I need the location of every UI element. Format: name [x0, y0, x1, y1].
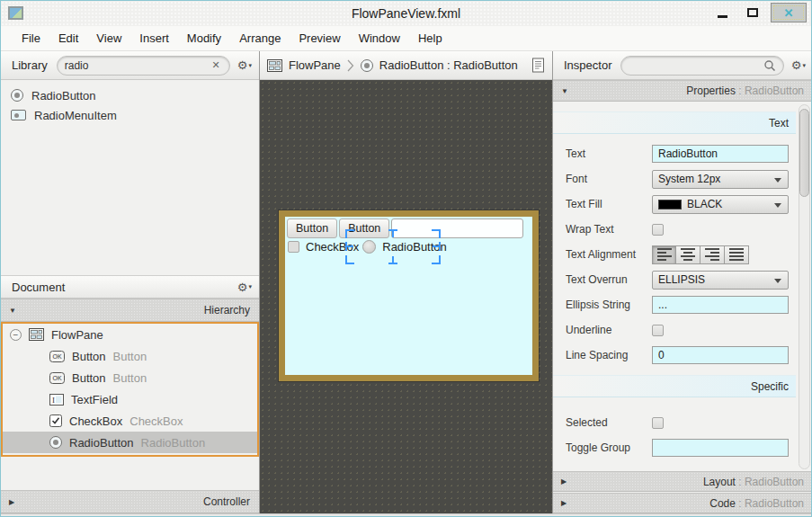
design-canvas[interactable]: Button Button CheckBox RadioButton [260, 80, 552, 513]
properties-section-title: Properties : RadioButton [686, 85, 812, 97]
tree-row-textfield[interactable]: I TextField [3, 388, 257, 410]
controller-title: Controller [203, 495, 259, 508]
close-button[interactable]: ✕ [771, 3, 807, 22]
menu-preview[interactable]: Preview [290, 26, 349, 51]
wrap-text-checkbox[interactable] [652, 224, 664, 236]
line-spacing-input[interactable] [652, 346, 789, 364]
font-value: System 12px [658, 173, 720, 185]
menu-window[interactable]: Window [350, 26, 409, 51]
align-left-button[interactable] [652, 245, 676, 264]
properties-section-header[interactable]: ▼ Properties : RadioButton [553, 80, 812, 102]
caret-down-icon: ▾ [248, 283, 252, 290]
menu-edit[interactable]: Edit [49, 26, 87, 51]
font-dropdown[interactable]: System 12px [652, 170, 789, 189]
canvas-radio-circle[interactable] [362, 240, 376, 254]
library-header: Library ✕ ⚙ ▾ [1, 51, 259, 80]
center-panel: FlowPane RadioButton : RadioButton Butto… [260, 51, 552, 513]
tree-row-button1[interactable]: OK Button Button [3, 345, 257, 367]
menu-bar: File Edit View Insert Modify Arrange Pre… [1, 26, 811, 51]
minimize-button[interactable] [709, 4, 735, 22]
flowpane-node[interactable]: Button Button CheckBox RadioButton [279, 210, 539, 381]
ellipsis-string-input[interactable] [652, 296, 789, 314]
svg-text:I: I [52, 396, 55, 405]
collapse-icon[interactable]: − [10, 329, 22, 341]
inspector-search-input[interactable] [629, 59, 763, 72]
text-field-label: Text [566, 147, 652, 160]
path-segment-radiobutton[interactable]: RadioButton : RadioButton [379, 58, 518, 72]
search-icon [763, 59, 776, 72]
library-search[interactable]: ✕ [57, 56, 230, 76]
tree-row-button2[interactable]: OK Button Button [3, 367, 257, 388]
font-field-label: Font [566, 173, 652, 185]
canvas-checkbox-box[interactable] [288, 241, 299, 253]
library-menu-button[interactable]: ⚙ ▾ [237, 58, 252, 72]
align-center-icon [681, 248, 695, 261]
canvas-textfield[interactable] [391, 218, 523, 238]
align-justify-button[interactable] [725, 245, 749, 264]
hierarchy-title: Hierarchy [204, 304, 259, 316]
tree-row-radiobutton[interactable]: RadioButton RadioButton [3, 432, 257, 453]
scrollbar-thumb[interactable] [799, 109, 809, 197]
canvas-radio-label[interactable]: RadioButton [382, 240, 447, 254]
path-segment-flowpane[interactable]: FlowPane [289, 58, 341, 72]
menu-modify[interactable]: Modify [178, 26, 230, 51]
layout-section-header[interactable]: ▶ Layout : RadioButton [553, 471, 812, 492]
color-swatch [658, 200, 682, 209]
text-alignment-label: Text Alignment [566, 248, 652, 261]
document-menu-button[interactable]: ⚙ ▾ [237, 281, 252, 294]
text-fill-dropdown[interactable]: BLACK [652, 195, 789, 214]
fxml-source-icon[interactable] [531, 58, 545, 73]
inspector-search[interactable] [620, 56, 783, 76]
collapsed-triangle-icon: ▶ [561, 499, 567, 507]
toggle-group-input[interactable] [652, 439, 789, 457]
code-section-title: Code : RadioButton [709, 497, 812, 510]
svg-text:OK: OK [52, 375, 61, 381]
checkbox-icon [49, 414, 62, 427]
canvas-checkbox-label[interactable]: CheckBox [306, 240, 359, 254]
caret-down-icon: ▾ [802, 62, 806, 69]
text-overrun-dropdown[interactable]: ELLIPSIS [652, 271, 789, 290]
menu-insert[interactable]: Insert [130, 26, 178, 51]
code-section-header[interactable]: ▶ Code : RadioButton [553, 493, 812, 513]
controller-section-header[interactable]: ▶ Controller [1, 490, 259, 513]
selected-checkbox[interactable] [652, 417, 664, 429]
layout-section-title: Layout : RadioButton [703, 476, 812, 488]
window-bottom-edge [1, 513, 811, 517]
menu-view[interactable]: View [87, 26, 130, 51]
hierarchy-section-header[interactable]: ▼ Hierarchy [1, 299, 259, 322]
library-item-radiobutton[interactable]: RadioButton [1, 85, 259, 105]
radio-button-icon [11, 89, 23, 102]
canvas-button-2[interactable]: Button [339, 218, 389, 238]
text-field-input[interactable] [652, 145, 789, 163]
menu-file[interactable]: File [13, 26, 49, 51]
tree-row-flowpane[interactable]: − FlowPane [3, 324, 257, 345]
line-spacing-label: Line Spacing [566, 349, 652, 361]
textfield-icon: I [49, 394, 64, 406]
maximize-button[interactable] [740, 4, 765, 22]
align-justify-icon [729, 248, 744, 261]
library-search-input[interactable] [65, 59, 210, 72]
collapsed-triangle-icon: ▶ [561, 477, 567, 486]
inspector-title: Inspector [564, 58, 611, 72]
text-overrun-value: ELLIPSIS [658, 273, 705, 286]
underline-checkbox[interactable] [652, 325, 664, 336]
scene-builder-window: FlowPaneView.fxml ✕ File Edit View Inser… [0, 0, 812, 517]
flowpane-icon [29, 328, 44, 341]
svg-text:OK: OK [52, 353, 61, 360]
canvas-button-1[interactable]: Button [287, 218, 337, 238]
hierarchy-tree: − FlowPane OK Button Button OK Button Bu… [1, 322, 259, 457]
align-right-icon [705, 248, 719, 261]
gear-icon: ⚙ [791, 58, 802, 72]
align-center-button[interactable] [676, 245, 700, 264]
dropdown-arrow-icon [774, 178, 781, 183]
align-right-button[interactable] [700, 245, 725, 264]
library-item-radiomenuitem[interactable]: RadioMenuItem [1, 105, 259, 125]
menu-help[interactable]: Help [409, 26, 451, 51]
selected-label: Selected [566, 416, 652, 429]
menu-arrange[interactable]: Arrange [230, 26, 290, 51]
inspector-menu-button[interactable]: ⚙ ▾ [791, 58, 806, 72]
properties-body: Text Text Font System 12px Text Fill BLA… [553, 103, 812, 471]
inspector-scrollbar[interactable] [799, 104, 810, 469]
tree-row-checkbox[interactable]: CheckBox CheckBox [3, 410, 257, 432]
clear-search-icon[interactable]: ✕ [210, 59, 222, 71]
